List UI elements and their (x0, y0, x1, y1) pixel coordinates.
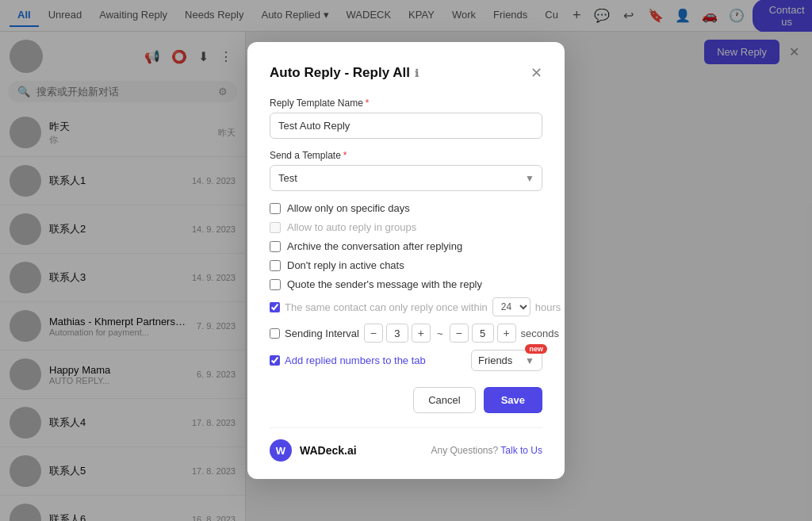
template-name-input[interactable] (270, 113, 542, 139)
hours-label: hours (535, 301, 561, 313)
checkbox-specific-days-label: Allow only on specific days (287, 202, 410, 214)
send-template-select-wrap: Test ▼ (270, 165, 542, 191)
same-contact-label: The same contact can only reply once wit… (285, 301, 488, 313)
checkbox-archive: Archive the conversation after replying (270, 240, 542, 252)
brand-name: WADeck.ai (300, 444, 357, 457)
checkbox-quote: Quote the sender's message with the repl… (270, 278, 542, 290)
stepper-max-minus[interactable]: − (450, 324, 469, 343)
stepper-min: − + (364, 324, 431, 343)
template-name-label: Reply Template Name * (270, 98, 542, 109)
checkbox-quote-label: Quote the sender's message with the repl… (287, 278, 482, 290)
sending-interval-row: Sending Interval − + ~ − + seconds (270, 324, 542, 343)
stepper-separator: ~ (435, 328, 445, 339)
checkbox-groups: Allow to auto reply in groups (270, 221, 542, 233)
info-icon[interactable]: ℹ (415, 67, 419, 79)
stepper-min-value[interactable] (386, 324, 408, 343)
modal-header: Auto Reply - Reply All ℹ ✕ (270, 64, 542, 82)
wadeck-logo: W (270, 439, 292, 462)
tab-select-wrap: Friends ▼ new (471, 350, 542, 371)
add-replied-checkbox[interactable] (270, 355, 280, 366)
modal-overlay: Auto Reply - Reply All ℹ ✕ Reply Templat… (0, 0, 812, 521)
checkbox-specific-days: Allow only on specific days (270, 202, 542, 214)
checkbox-archive-label: Archive the conversation after replying (287, 240, 462, 252)
add-replied-label: Add replied numbers to the tab (285, 354, 426, 366)
send-template-label: Send a Template * (270, 150, 542, 161)
same-contact-checkbox[interactable] (270, 302, 280, 312)
seconds-label: seconds (521, 328, 559, 339)
hours-select[interactable]: 24 (492, 297, 530, 316)
stepper-max-plus[interactable]: + (497, 324, 516, 343)
checkbox-groups-input[interactable] (270, 222, 281, 233)
send-template-group: Send a Template * Test ▼ (270, 150, 542, 191)
checkbox-no-active-input[interactable] (270, 260, 281, 271)
stepper-max: − + (450, 324, 516, 343)
cancel-button[interactable]: Cancel (413, 387, 475, 413)
checkbox-quote-input[interactable] (270, 279, 281, 290)
talk-to-us-link[interactable]: Talk to Us (500, 445, 542, 456)
add-replied-row: Add replied numbers to the tab Friends ▼… (270, 350, 542, 371)
checkbox-groups-label: Allow to auto reply in groups (287, 221, 416, 233)
stepper-min-minus[interactable]: − (364, 324, 383, 343)
modal-title: Auto Reply - Reply All ℹ (270, 65, 530, 81)
new-badge: new (525, 344, 547, 354)
save-button[interactable]: Save (484, 387, 542, 413)
template-name-group: Reply Template Name * (270, 98, 542, 139)
sending-interval-label: Sending Interval (285, 328, 359, 339)
brand-question: Any Questions? Talk to Us (431, 445, 542, 456)
send-template-select[interactable]: Test (270, 165, 542, 191)
sending-interval-checkbox[interactable] (270, 328, 280, 339)
checkbox-no-active: Don't reply in active chats (270, 259, 542, 271)
modal-close-button[interactable]: ✕ (530, 64, 542, 82)
same-contact-row: The same contact can only reply once wit… (270, 297, 542, 316)
stepper-min-plus[interactable]: + (412, 324, 431, 343)
required-star-2: * (343, 150, 347, 161)
checkbox-specific-days-input[interactable] (270, 203, 281, 214)
auto-reply-modal: Auto Reply - Reply All ℹ ✕ Reply Templat… (247, 42, 565, 479)
stepper-max-value[interactable] (472, 324, 494, 343)
modal-brand: W WADeck.ai Any Questions? Talk to Us (270, 427, 542, 462)
checkbox-archive-input[interactable] (270, 241, 281, 252)
modal-footer: Cancel Save (270, 387, 542, 413)
checkbox-no-active-label: Don't reply in active chats (287, 259, 404, 271)
required-star: * (366, 98, 370, 109)
